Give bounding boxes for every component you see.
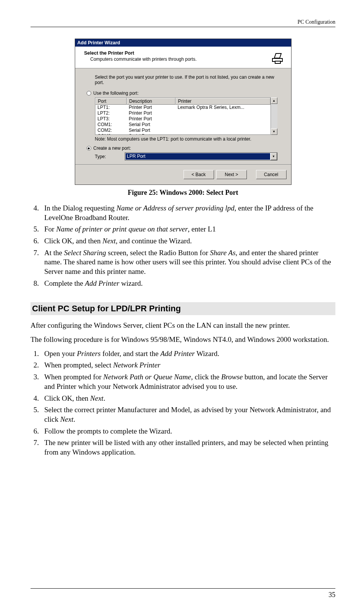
- table-row[interactable]: COM2:Serial Port: [95, 128, 271, 133]
- col-printer[interactable]: Printer: [176, 98, 271, 105]
- next-button[interactable]: Next >: [216, 170, 247, 179]
- cell-desc: Printer Port: [127, 116, 176, 122]
- wizard-subheading: Computers communicate with printers thro…: [84, 57, 270, 62]
- cell-printer: [176, 122, 271, 128]
- step-text: Complete the Add Printer wizard.: [44, 279, 335, 288]
- cell-desc: Serial Port: [127, 128, 176, 133]
- step-number: 6.: [31, 236, 39, 246]
- radio-create-port[interactable]: Create a new port:: [87, 146, 277, 151]
- step-text: Click OK, and then Next, and continue th…: [44, 236, 335, 246]
- cell-printer: [176, 128, 271, 133]
- port-table: Port Description Printer LPT1:Printer Po…: [95, 97, 277, 135]
- step-number: 5.: [31, 405, 39, 424]
- list-item: 8.Complete the Add Printer wizard.: [31, 279, 335, 288]
- step-number: 5.: [31, 225, 39, 234]
- wizard-footer: < Back Next > Cancel: [75, 164, 291, 184]
- list-item: 4.In the Dialog requesting Name or Addre…: [31, 204, 335, 222]
- list-item: 2.When prompted, select Network Printer: [31, 361, 335, 370]
- radio-use-port[interactable]: Use the following port:: [87, 91, 277, 96]
- step-text: Click OK, then Next.: [44, 394, 335, 403]
- step-number: 4.: [31, 204, 39, 222]
- para-1: After configuring the Windows Server, cl…: [31, 320, 335, 330]
- wizard-header: Select the Printer Port Computers commun…: [75, 47, 291, 68]
- figure-caption: Figure 25: Windows 2000: Select Port: [31, 189, 335, 197]
- wizard-dialog: Add Printer Wizard Select the Printer Po…: [75, 39, 292, 185]
- wizard-heading: Select the Printer Port: [84, 50, 270, 56]
- cell-desc: Serial Port: [127, 133, 176, 134]
- cell-desc: Printer Port: [127, 110, 176, 116]
- type-value: LPR Port: [126, 153, 270, 160]
- list-item: 7.The new printer will be listed with an…: [31, 438, 335, 457]
- back-button[interactable]: < Back: [184, 170, 214, 179]
- step-text: The new printer will be listed with any …: [44, 438, 335, 457]
- cell-port: LPT3:: [95, 116, 127, 122]
- printer-icon: [270, 50, 285, 66]
- section-title: Client PC Setup for LPD/LPR Printing: [31, 302, 335, 315]
- step-text: In the Dialog requesting Name or Address…: [44, 204, 335, 222]
- wizard-titlebar: Add Printer Wizard: [75, 39, 291, 47]
- page-number: 35: [31, 591, 335, 599]
- step-number: 8.: [31, 279, 39, 288]
- table-row[interactable]: COM1:Serial Port: [95, 122, 271, 128]
- table-row[interactable]: LPT1:Printer PortLexmark Optra R Series,…: [95, 105, 271, 110]
- step-number: 1.: [31, 349, 39, 359]
- scrollbar[interactable]: ▲ ▼: [271, 97, 277, 135]
- col-desc[interactable]: Description: [127, 98, 176, 105]
- step-number: 4.: [31, 394, 39, 403]
- type-label: Type:: [95, 154, 118, 159]
- footer-rule: [31, 588, 335, 589]
- step-text: For Name of printer or print queue on th…: [44, 225, 335, 234]
- cell-port: COM2:: [95, 128, 127, 133]
- step-number: 7.: [31, 248, 39, 277]
- steps-list-a: 4.In the Dialog requesting Name or Addre…: [31, 204, 335, 288]
- cell-desc: Printer Port: [127, 105, 176, 110]
- step-text: When prompted, select Network Printer: [44, 361, 335, 370]
- radio-use-label: Use the following port:: [93, 91, 139, 96]
- wizard-intro: Select the port you want your printer to…: [95, 74, 277, 85]
- step-number: 2.: [31, 361, 39, 370]
- list-item: 7.At the Select Sharing screen, select t…: [31, 248, 335, 277]
- scroll-down-icon[interactable]: ▼: [271, 128, 277, 135]
- cell-printer: Lexmark Optra R Series, Lexm...: [176, 105, 271, 110]
- cell-port: COM1:: [95, 122, 127, 128]
- type-combo[interactable]: LPR Port ▼: [125, 152, 277, 160]
- cell-port: COM3:: [95, 133, 127, 134]
- table-header: Port Description Printer: [95, 98, 271, 105]
- header-right: PC Configuration: [31, 19, 335, 25]
- step-number: 3.: [31, 372, 39, 391]
- list-item: 6.Follow the prompts to complete the Wiz…: [31, 427, 335, 436]
- scroll-up-icon[interactable]: ▲: [271, 97, 277, 104]
- list-item: 3.When prompted for Network Path or Queu…: [31, 372, 335, 391]
- cancel-button[interactable]: Cancel: [256, 170, 287, 179]
- step-text: When prompted for Network Path or Queue …: [44, 372, 335, 391]
- radio-icon: [87, 91, 91, 95]
- table-row[interactable]: COM3:Serial Port: [95, 133, 271, 134]
- list-item: 5.Select the correct printer Manufacture…: [31, 405, 335, 424]
- chevron-down-icon[interactable]: ▼: [271, 153, 277, 160]
- svg-rect-3: [275, 61, 280, 63]
- cell-desc: Serial Port: [127, 122, 176, 128]
- table-row[interactable]: LPT2:Printer Port: [95, 110, 271, 116]
- list-item: 1.Open your Printers folder, and start t…: [31, 349, 335, 359]
- col-port[interactable]: Port: [95, 98, 127, 105]
- list-item: 6.Click OK, and then Next, and continue …: [31, 236, 335, 246]
- port-note: Note: Most computers use the LPT1: port …: [95, 136, 277, 142]
- list-item: 4.Click OK, then Next.: [31, 394, 335, 403]
- cell-port: LPT1:: [95, 105, 127, 110]
- step-text: Select the correct printer Manufacturer …: [44, 405, 335, 424]
- scroll-track[interactable]: [271, 104, 277, 128]
- svg-marker-2: [274, 53, 281, 58]
- steps-list-b: 1.Open your Printers folder, and start t…: [31, 349, 335, 457]
- step-text: Follow the prompts to complete the Wizar…: [44, 427, 335, 436]
- radio-create-label: Create a new port:: [93, 146, 131, 151]
- step-number: 7.: [31, 438, 39, 457]
- header-rule: [31, 27, 335, 27]
- step-text: Open your Printers folder, and start the…: [44, 349, 335, 359]
- list-item: 5.For Name of printer or print queue on …: [31, 225, 335, 234]
- cell-printer: [176, 116, 271, 122]
- table-row[interactable]: LPT3:Printer Port: [95, 116, 271, 122]
- cell-printer: [176, 133, 271, 134]
- para-2: The following procedure is for Windows 9…: [31, 335, 335, 345]
- cell-printer: [176, 110, 271, 116]
- step-number: 6.: [31, 427, 39, 436]
